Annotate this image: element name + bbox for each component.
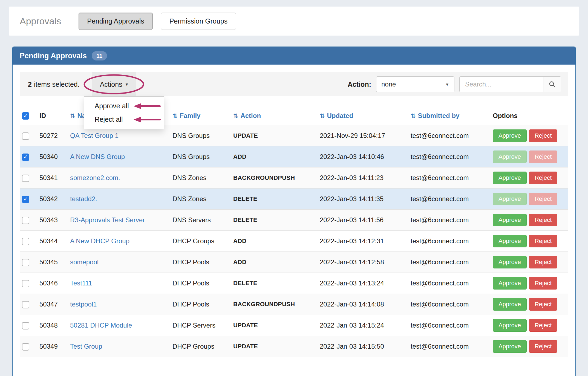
actions-menu: Approve all Reject all [84, 96, 164, 129]
table-row: 5034850281 DHCP ModuleDHCP ServersUPDATE… [20, 315, 568, 336]
action-select[interactable]: none ▼ [376, 76, 454, 92]
select-caret-icon: ▼ [445, 82, 449, 87]
search-button[interactable] [543, 76, 561, 92]
approve-button[interactable]: Approve [493, 319, 527, 332]
toolbar: 2 items selected. Actions ▾ Approve all [20, 72, 568, 96]
row-name-link[interactable]: QA Test Group 1 [70, 132, 119, 139]
row-submitted-by: test@6connect.com [408, 231, 491, 252]
row-options: ApproveReject [491, 336, 568, 357]
row-checkbox[interactable] [22, 301, 29, 308]
table-row: 50345somepoolDHCP PoolsADD2022-Jan-03 14… [20, 252, 568, 273]
sort-icon: ⇅ [70, 112, 75, 119]
row-name-link[interactable]: 50281 DHCP Module [70, 322, 132, 329]
row-action: DELETE [231, 210, 318, 231]
row-id: 50340 [37, 146, 68, 167]
reject-button[interactable]: Reject [529, 340, 557, 353]
row-updated: 2022-Jan-03 14:14:08 [318, 294, 408, 315]
row-submitted-by: test@6connect.com [408, 273, 491, 294]
row-checkbox[interactable] [22, 217, 29, 224]
panel-header: Pending Approvals 11 [13, 47, 575, 65]
column-header-options: Options [491, 108, 568, 125]
reject-button[interactable]: Reject [529, 235, 557, 247]
select-all-checkbox[interactable] [22, 112, 29, 120]
approve-button[interactable]: Approve [493, 214, 527, 226]
search-input[interactable] [459, 76, 543, 92]
column-header-submitted-by[interactable]: ⇅Submitted by [408, 108, 491, 125]
approve-button[interactable]: Approve [493, 235, 527, 247]
actions-dropdown-wrap: Actions ▾ Approve all [92, 72, 136, 96]
panel-title: Pending Approvals [20, 52, 87, 60]
row-id: 50345 [37, 252, 68, 273]
row-checkbox-cell [20, 146, 37, 167]
row-checkbox[interactable] [22, 238, 29, 245]
row-name-link[interactable]: R3-Approvals Test Server [70, 216, 145, 224]
panel-body: 2 items selected. Actions ▾ Approve all [13, 65, 575, 376]
menu-item-reject-all[interactable]: Reject all [84, 113, 164, 126]
row-name-link[interactable]: A New DNS Group [70, 153, 125, 160]
row-checkbox[interactable] [22, 196, 29, 203]
table-row: 50343R3-Approvals Test ServerDNS Servers… [20, 210, 568, 231]
toolbar-right: Action: none ▼ [348, 72, 568, 96]
row-name-link[interactable]: somepool [70, 258, 99, 266]
approve-button[interactable]: Approve [493, 151, 527, 163]
reject-button[interactable]: Reject [529, 298, 557, 311]
approve-button[interactable]: Approve [493, 277, 527, 290]
table-row: 50342testadd2.DNS ZonesDELETE2022-Jan-03… [20, 189, 568, 210]
tab-pending-approvals[interactable]: Pending Approvals [79, 13, 152, 30]
row-name-link[interactable]: A New DHCP Group [70, 237, 129, 245]
column-header-family[interactable]: ⇅Family [170, 108, 231, 125]
row-updated: 2022-Jan-03 14:12:58 [318, 252, 408, 273]
row-action: UPDATE [231, 336, 318, 357]
row-submitted-by: test@6connect.com [408, 315, 491, 336]
row-name-link[interactable]: testadd2. [70, 195, 97, 203]
approve-button[interactable]: Approve [493, 256, 527, 268]
row-family: DHCP Groups [170, 336, 231, 357]
column-header-updated[interactable]: ⇅Updated [318, 108, 408, 125]
row-checkbox[interactable] [22, 322, 29, 329]
reject-button[interactable]: Reject [529, 172, 557, 184]
row-submitted-by: test@6connect.com [408, 146, 491, 167]
selected-items-info: 2 items selected. [20, 72, 80, 96]
reject-button[interactable]: Reject [529, 193, 557, 205]
row-checkbox[interactable] [22, 259, 29, 266]
reject-button[interactable]: Reject [529, 319, 557, 332]
row-checkbox[interactable] [22, 132, 29, 140]
row-action: BACKGROUNDPUSH [231, 294, 318, 315]
row-family: DNS Zones [170, 189, 231, 210]
sort-icon: ⇅ [411, 112, 416, 119]
row-checkbox[interactable] [22, 154, 29, 161]
row-id: 50272 [37, 125, 68, 146]
approve-button[interactable]: Approve [493, 340, 527, 353]
row-checkbox[interactable] [22, 343, 29, 351]
row-updated: 2022-Jan-03 14:10:46 [318, 146, 408, 167]
row-checkbox-cell [20, 294, 37, 315]
selected-label: items selected. [34, 80, 80, 88]
approve-button[interactable]: Approve [493, 298, 527, 311]
row-family: DNS Servers [170, 210, 231, 231]
approve-button[interactable]: Approve [493, 129, 527, 142]
row-name-link[interactable]: testpool1 [70, 300, 97, 308]
row-updated: 2021-Nov-29 15:04:17 [318, 125, 408, 146]
column-header-action[interactable]: ⇅Action [231, 108, 318, 125]
actions-button[interactable]: Actions ▾ [92, 72, 136, 96]
caret-down-icon: ▾ [126, 82, 128, 87]
pending-approvals-panel: Pending Approvals 11 2 items selected. A… [12, 47, 576, 376]
select-all-header [20, 108, 37, 125]
row-name-link[interactable]: Test111 [70, 279, 92, 287]
row-checkbox[interactable] [22, 280, 29, 287]
row-name-link[interactable]: Test Group [70, 343, 102, 350]
row-checkbox[interactable] [22, 175, 29, 182]
row-name-link[interactable]: somezone2.com. [70, 174, 120, 181]
approve-button[interactable]: Approve [493, 172, 527, 184]
row-id: 50343 [37, 210, 68, 231]
tab-permission-groups[interactable]: Permission Groups [161, 13, 236, 30]
menu-item-approve-all[interactable]: Approve all [84, 99, 164, 113]
row-id: 50341 [37, 167, 68, 189]
reject-button[interactable]: Reject [529, 256, 557, 268]
row-id: 50349 [37, 336, 68, 357]
approve-button[interactable]: Approve [493, 193, 527, 205]
reject-button[interactable]: Reject [529, 151, 557, 163]
reject-button[interactable]: Reject [529, 214, 557, 226]
reject-button[interactable]: Reject [529, 129, 557, 142]
reject-button[interactable]: Reject [529, 277, 557, 290]
